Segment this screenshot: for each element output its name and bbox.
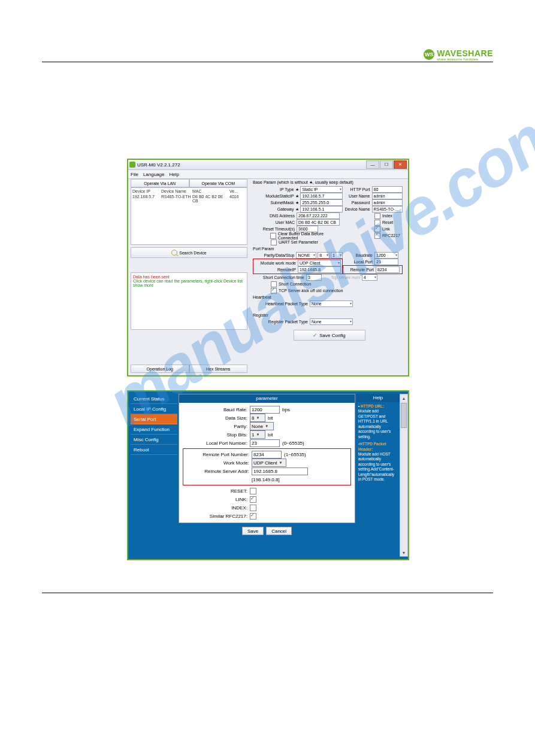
module-static-ip-input[interactable]: 192.168.5.7 — [300, 193, 343, 199]
maximize-button[interactable]: ☐ — [380, 160, 393, 169]
remote-port-label-web: Remote Port Number: — [185, 452, 252, 457]
device-ver-value: 4016 — [229, 195, 239, 203]
register-type-select[interactable]: None — [310, 318, 353, 325]
screenshot-web-ui: ▲ ▼ Current Status Local IP Config Seria… — [127, 390, 409, 560]
short-conn-time-input[interactable]: 3 — [306, 274, 322, 281]
parity-select-web[interactable]: None — [250, 422, 274, 430]
work-mode-select-web[interactable]: UDP Client — [252, 459, 286, 467]
left-panel: Operate Via LAN Operate Via COM Device I… — [131, 179, 247, 373]
link-checkbox[interactable] — [374, 226, 380, 232]
device-mac-value: D8 B0 4C B2 0E CB — [192, 195, 228, 203]
remote-port-input-web[interactable]: 8234 — [252, 451, 282, 459]
data-size-label: Data Size: — [183, 415, 250, 421]
link-label: Link — [382, 227, 390, 231]
index-checkbox[interactable] — [374, 213, 380, 219]
tcp-num-select[interactable]: 4 — [362, 274, 377, 281]
sidebar-item-local-ip[interactable]: Local IP Config — [131, 404, 177, 414]
menu-bar: File Language Help — [128, 170, 408, 179]
data-select[interactable]: 8 — [318, 252, 330, 259]
uart-set-label: UART Set Parameter — [279, 240, 318, 244]
short-conn-checkbox[interactable] — [271, 281, 277, 287]
remote-ip-label: RemoteIP — [254, 268, 298, 272]
user-name-input[interactable]: admin — [372, 193, 403, 199]
help-bullet1-title: HTTPD URL: — [361, 404, 384, 408]
sidebar-item-serial-port[interactable]: Serial Port — [131, 414, 177, 424]
search-device-button[interactable]: Search Device — [131, 247, 247, 258]
work-mode-label-web: Work Mode: — [185, 460, 252, 466]
dns-address-input[interactable]: 208.67.222.222 — [297, 212, 340, 219]
tab-operate-lan[interactable]: Operate Via LAN — [131, 179, 189, 187]
baudrate-select[interactable]: 1200 — [374, 252, 398, 259]
link-checkbox-web[interactable] — [250, 496, 256, 503]
parity-select[interactable]: NONE — [296, 252, 316, 259]
scroll-thumb[interactable] — [401, 403, 407, 428]
right-panel: Base Param (which is without ★, usually … — [253, 179, 406, 373]
baud-rate-label: Baud Rate: — [183, 407, 250, 412]
local-port-input-web[interactable]: 23 — [250, 439, 280, 447]
port-param-title: Port Param — [253, 247, 406, 251]
heartbeat-type-select[interactable]: None — [310, 300, 353, 307]
ip-type-label: IP Type — [253, 187, 295, 192]
uart-set-checkbox[interactable] — [271, 239, 277, 245]
remote-port-input[interactable]: 8234 — [376, 266, 400, 273]
local-port-input[interactable]: 23 — [374, 259, 398, 265]
sidebar-item-expand-function[interactable]: Expand Function — [131, 424, 177, 435]
password-label: Password — [343, 201, 372, 205]
subnet-mask-input[interactable]: 255.255.255.0 — [300, 199, 343, 206]
data-size-unit: bit — [268, 415, 273, 421]
work-mode-select[interactable]: UDP Client — [298, 260, 341, 266]
remote-port-highlight: Remote Port8234 — [343, 265, 403, 274]
ip-type-select[interactable]: Static IP — [300, 186, 343, 193]
device-row[interactable]: 192.168.5.7 RS485-TO-ETH D8 B0 4C B2 0E … — [132, 195, 246, 203]
password-input[interactable]: admin — [372, 199, 403, 206]
cancel-button[interactable]: Cancel — [266, 527, 292, 535]
minimize-button[interactable]: — — [366, 160, 379, 169]
gateway-input[interactable]: 192.168.5.1 — [300, 206, 343, 212]
scrollbar[interactable]: ▲ ▼ — [400, 394, 408, 557]
stop-select[interactable]: 1 — [331, 252, 343, 259]
device-name-input[interactable]: RS485-TO-... — [372, 206, 403, 212]
brand-header: WS WAVESHARE share awesome hardware — [424, 48, 493, 61]
tcp-kick-checkbox[interactable] — [271, 288, 277, 294]
sidebar-item-misc-config[interactable]: Misc Config — [131, 435, 177, 445]
baud-rate-input[interactable]: 1200 — [250, 406, 280, 414]
sidebar-item-reboot[interactable]: Reboot — [131, 445, 177, 455]
remote-ip-input[interactable]: 192.1685.8 — [298, 266, 341, 273]
reset-timeout-label: Reset Timeout(s) — [253, 227, 297, 231]
menu-language[interactable]: Language — [143, 172, 165, 177]
scroll-down-icon[interactable]: ▼ — [400, 549, 407, 556]
screenshot-usr-app: USR-M0 V2.2.1.272 — ☐ ✕ File Language He… — [127, 159, 409, 377]
stop-bits-unit: bit — [268, 432, 273, 438]
data-size-select[interactable]: 8 — [250, 414, 265, 422]
reset-checkbox-web[interactable] — [250, 488, 256, 494]
rfc-checkbox-web[interactable] — [250, 513, 256, 520]
remote-addr-input[interactable]: 192.1685.8 — [252, 467, 308, 475]
menu-help[interactable]: Help — [169, 172, 179, 177]
work-mode-label: Module work mode — [254, 261, 298, 265]
baud-rate-unit: bps — [282, 407, 290, 412]
save-config-button[interactable]: ✓ Save Config — [294, 330, 365, 341]
heartbeat-type-label: Heartbeat Packet Type — [253, 302, 310, 306]
window-title: USR-M0 V2.2.1.272 — [137, 162, 180, 168]
local-port-label-web: Local Port Number: — [183, 441, 250, 446]
parameter-title: parameter — [179, 394, 355, 403]
user-mac-input[interactable]: D8 B0 4C B2 0E CB — [297, 219, 340, 226]
operation-log-button[interactable]: Operation Log — [131, 365, 189, 373]
device-list[interactable]: Device IP Device Name MAC Ve... 192.168.… — [131, 187, 247, 245]
tab-operate-com[interactable]: Operate Via COM — [189, 179, 248, 187]
stop-bits-select[interactable]: 1 — [250, 430, 265, 439]
help-panel: Help • HTTPD URL:Module add GET/POST and… — [356, 394, 400, 557]
save-button[interactable]: Save — [242, 527, 264, 535]
http-port-input[interactable]: 80 — [372, 186, 403, 193]
clear-buffer-checkbox[interactable] — [270, 233, 276, 239]
close-button[interactable]: ✕ — [394, 160, 407, 169]
sidebar-item-current-status[interactable]: Current Status — [131, 394, 177, 404]
index-checkbox-web[interactable] — [250, 505, 256, 511]
reset-checkbox[interactable] — [374, 220, 380, 226]
message-box: Data has been sent Click device can read… — [131, 272, 247, 330]
scroll-up-icon[interactable]: ▲ — [400, 394, 407, 402]
rfc-checkbox[interactable] — [374, 233, 380, 239]
help-bullet2-title: •HTTPD Packet Header: — [358, 442, 386, 451]
hex-streams-button[interactable]: Hex Streams — [189, 365, 248, 373]
menu-file[interactable]: File — [131, 172, 138, 177]
